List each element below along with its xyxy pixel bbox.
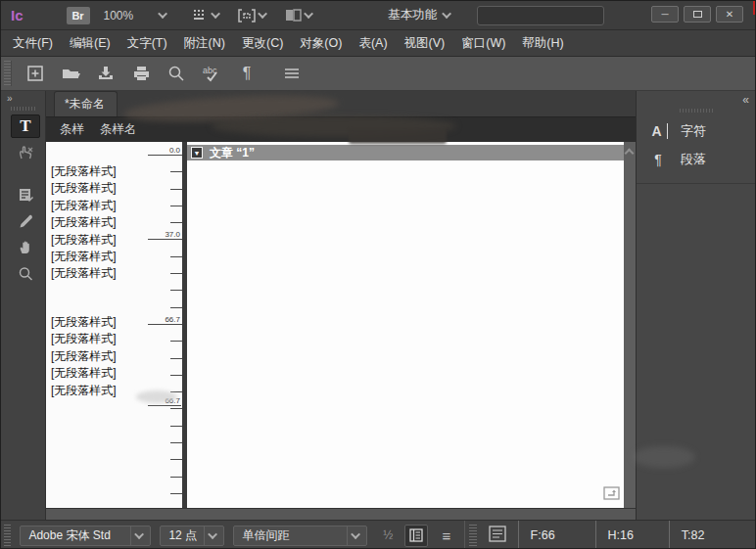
note-tool[interactable] <box>11 183 40 206</box>
hand-tool[interactable] <box>11 236 40 259</box>
menu-changes[interactable]: 更改(C) <box>242 35 283 52</box>
word-count-button[interactable] <box>489 526 506 546</box>
menu-window[interactable]: 窗口(W) <box>461 35 505 52</box>
depth-ruler-label: 66.7 <box>148 315 181 325</box>
stat-total-count: T:82 <box>669 521 756 549</box>
main-area: » T <box>1 91 756 520</box>
menu-file[interactable]: 文件(F) <box>13 35 53 52</box>
menu-bar: 文件(F) 编辑(E) 文字(T) 附注(N) 更改(C) 对象(O) 表(A)… <box>1 31 756 57</box>
menu-table[interactable]: 表(A) <box>358 35 387 52</box>
panel-item-character[interactable]: A 字符 <box>637 116 756 145</box>
chevron-down-icon <box>211 9 220 19</box>
style-rows-group-b: [无段落样式] [无段落样式] [无段落样式] [无段落样式] [无段落样式] <box>51 314 117 399</box>
minimize-button[interactable]: ─ <box>651 6 679 23</box>
story-collapse-button[interactable]: ▼ <box>191 147 203 159</box>
menu-type[interactable]: 文字(T) <box>127 35 167 52</box>
right-dock-panel: « A 字符 ¶ 段落 <box>636 91 756 520</box>
note-tool-icon <box>17 186 35 204</box>
style-rows-group-a: [无段落样式] [无段落样式] [无段落样式] [无段落样式] [无段落样式] … <box>51 163 117 283</box>
paragraph-style-row: [无段落样式] <box>51 383 117 399</box>
line-numbers-button[interactable]: ½ <box>383 528 393 542</box>
magnifier-icon <box>166 64 186 83</box>
view-tab-bar: 条样 条样名 <box>46 116 636 142</box>
screen-layout-dropdown[interactable] <box>285 9 313 22</box>
menu-help[interactable]: 帮助(H) <box>522 35 563 52</box>
statusbar-grip[interactable] <box>469 525 476 546</box>
paragraph-style-row: [无段落样式] <box>51 180 117 197</box>
maximize-button[interactable] <box>684 6 711 23</box>
stat-footnote-count: F:66 <box>518 521 595 549</box>
panel-grip[interactable] <box>680 109 715 113</box>
info-column-toggle[interactable] <box>404 525 428 547</box>
tools-grip[interactable] <box>11 107 36 111</box>
type-tool[interactable]: T <box>11 114 40 138</box>
page-position-icon <box>603 486 620 500</box>
position-tool-icon <box>17 144 35 161</box>
menu-notes[interactable]: 附注(N) <box>184 35 225 52</box>
workspace-switcher[interactable]: 基本功能 <box>388 7 451 23</box>
tools-panel: » T <box>1 91 46 520</box>
scroll-up-icon <box>625 149 635 159</box>
depth-ruler-ticks <box>170 155 182 499</box>
menu-view[interactable]: 视图(V) <box>404 35 446 52</box>
chevron-down-icon <box>258 9 267 19</box>
search-button[interactable] <box>165 62 188 85</box>
paragraph-style-row: [无段落样式] <box>51 232 117 249</box>
frame-edges-icon <box>238 9 256 23</box>
vertical-scrollbar[interactable] <box>624 142 636 508</box>
close-button[interactable]: ✕ <box>716 6 743 23</box>
save-button[interactable] <box>94 62 118 85</box>
document-tab[interactable]: *未命名 <box>54 91 118 116</box>
toolbar-grip[interactable] <box>4 61 12 86</box>
print-button[interactable] <box>129 62 153 85</box>
spellcheck-button[interactable]: abc <box>200 62 223 85</box>
info-column-icon <box>409 528 423 542</box>
panel-item-paragraph[interactable]: ¶ 段落 <box>637 145 756 173</box>
new-document-button[interactable] <box>24 62 47 85</box>
depth-ruler-label: 37.0 <box>148 230 181 240</box>
tab-galley-name[interactable]: 条样名 <box>100 121 137 138</box>
depth-ruler-label: 66.7 <box>148 396 181 406</box>
eyedropper-icon <box>17 212 35 230</box>
line-spacing-dropdown[interactable]: 单倍间距 <box>233 526 367 546</box>
text-page-icon <box>489 526 506 542</box>
window-controls: ─ ✕ <box>651 6 743 23</box>
spellcheck-icon: abc <box>201 64 222 83</box>
collapse-panel-button[interactable]: « <box>742 93 749 107</box>
open-button[interactable] <box>59 62 82 85</box>
show-hidden-chars-button[interactable]: ¶ <box>235 62 259 85</box>
maximize-icon <box>693 11 702 18</box>
paragraph-style-row: [无段落样式] <box>51 163 117 180</box>
galley-editor[interactable]: ▼ 文章 “1” <box>187 142 624 508</box>
zoom-level-dropdown[interactable]: 100% <box>104 9 168 23</box>
search-box[interactable] <box>477 6 604 25</box>
depth-ruler-label: 0.0 <box>148 146 181 156</box>
font-size-dropdown[interactable]: 12 点 <box>160 526 224 546</box>
tab-galley[interactable]: 条样 <box>60 121 84 138</box>
search-input[interactable] <box>487 10 626 22</box>
layout-position-button[interactable] <box>603 486 620 504</box>
frame-edges-dropdown[interactable] <box>238 9 267 23</box>
position-tool[interactable] <box>11 141 40 164</box>
view-options-dropdown[interactable] <box>193 9 220 23</box>
incopy-logo: Ic <box>11 7 24 23</box>
font-family-dropdown[interactable]: Adobe 宋体 Std <box>20 526 151 546</box>
screen-layout-icon <box>285 9 302 22</box>
statusbar-menu-button[interactable]: ≡ <box>442 527 450 544</box>
chevron-down-icon <box>442 9 451 19</box>
statusbar-grip[interactable] <box>4 525 11 546</box>
open-folder-icon <box>61 64 81 83</box>
application-bar: Ic Br 100% 基本功能 <box>1 1 756 30</box>
panel-item-label: 段落 <box>681 151 706 168</box>
font-size-value: 12 点 <box>161 527 204 544</box>
chevron-down-icon <box>347 526 366 545</box>
panel-expand-button[interactable]: » <box>7 93 12 104</box>
bridge-button[interactable]: Br <box>67 7 90 24</box>
eyedropper-tool[interactable] <box>11 209 40 233</box>
menu-object[interactable]: 对象(O) <box>300 35 342 52</box>
chevron-down-icon <box>130 526 150 545</box>
menu-edit[interactable]: 编辑(E) <box>70 35 111 52</box>
new-document-icon <box>25 64 45 83</box>
toolbar-menu-button[interactable] <box>280 62 304 85</box>
zoom-tool[interactable] <box>11 262 40 286</box>
